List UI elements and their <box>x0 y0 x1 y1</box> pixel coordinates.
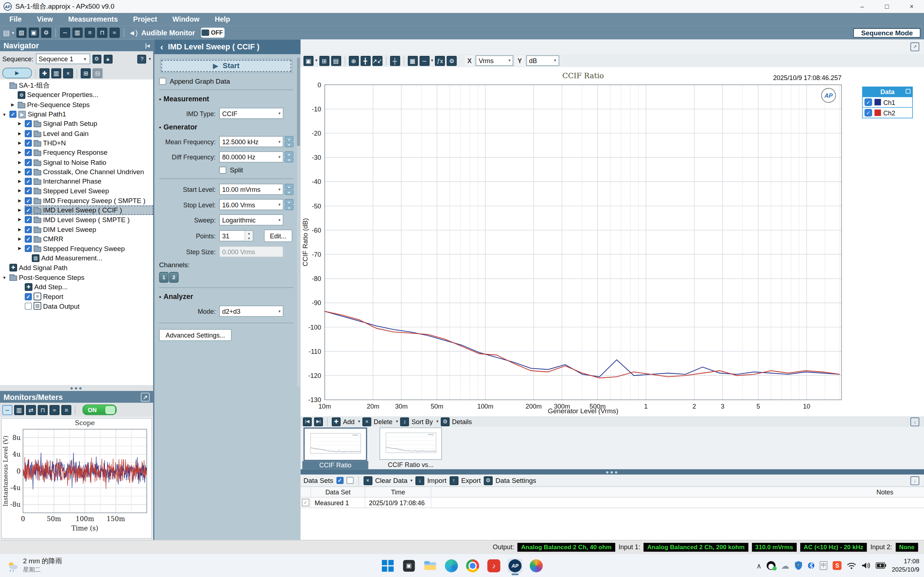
digital-monitor-icon[interactable]: ⊓ <box>37 405 48 415</box>
tree-item[interactable]: SA-1-组合 <box>0 81 153 90</box>
stop-level-input[interactable]: 16.00 Vrms▾ <box>219 199 283 210</box>
tree-item[interactable]: ▤Data Output <box>0 301 153 311</box>
sweep-select[interactable]: Logarithmic▾ <box>219 214 283 226</box>
help-icon[interactable]: ? <box>137 55 146 63</box>
tree-expand-icon[interactable]: ▶ <box>16 227 23 232</box>
tree-checkbox[interactable]: ✓ <box>25 197 32 204</box>
waveform-plus-icon[interactable]: ≈ <box>50 405 60 415</box>
level-meter-icon[interactable]: ▥ <box>73 28 82 38</box>
tree-expand-icon[interactable]: ▼ <box>1 112 8 116</box>
ccif-ratio-chart[interactable]: 10m20m30m50m100m200m300m500m1235100-10-2… <box>300 67 924 416</box>
sequencer-list-icon[interactable]: ≡ <box>85 28 95 38</box>
legend-pin-icon[interactable] <box>906 89 910 94</box>
tree-item[interactable]: ✚Add Step... <box>0 282 153 292</box>
tree-expand-icon[interactable]: ▶ <box>16 160 23 164</box>
tree-expand-icon[interactable]: ▶ <box>16 208 23 213</box>
data-settings-label[interactable]: Data Settings <box>496 477 536 484</box>
tree-expand-icon[interactable]: ▶ <box>16 179 23 184</box>
tree-item[interactable]: ▶✓Interchannel Phase <box>0 177 153 187</box>
tree-item[interactable]: ▶✓Level and Gain <box>0 129 153 139</box>
delete-step-icon[interactable]: × <box>63 68 73 78</box>
qq-tray-icon[interactable] <box>767 561 775 570</box>
menu-window[interactable]: Window <box>173 15 200 23</box>
mean-frequency-input[interactable]: 12.5000 kHz▾ <box>219 136 283 147</box>
tree-item[interactable]: ▶✓Frequency Response <box>0 148 153 158</box>
menu-project[interactable]: Project <box>133 15 157 23</box>
lock-icon[interactable]: 🔒︎ <box>103 55 112 63</box>
tree-expand-icon[interactable]: ▶ <box>16 169 23 174</box>
thumbnail-label[interactable]: CCIF Ratio vs... <box>378 460 444 469</box>
tree-expand-icon[interactable]: ▶ <box>16 150 23 155</box>
mean-frequency-stepper[interactable]: ▲▼ <box>285 136 294 147</box>
help-caret[interactable]: ▾ <box>149 56 151 61</box>
tree-expand-icon[interactable]: ▶ <box>10 102 16 107</box>
tree-expand-icon[interactable]: ▶ <box>16 121 23 126</box>
tree-checkbox[interactable]: ✓ <box>25 226 32 233</box>
graph-expand-icon[interactable]: ↗ <box>910 43 919 51</box>
select-all-checkbox[interactable]: ✓ <box>336 477 343 484</box>
add-to-sequence-icon[interactable]: ✚ <box>39 68 50 78</box>
volume-tray-icon[interactable] <box>861 562 870 569</box>
tree-item[interactable]: ▶✓IMD Level Sweep ( CCIF ) <box>0 206 153 215</box>
file-explorer-icon[interactable] <box>423 559 437 573</box>
graph-settings-icon[interactable]: ⚙ <box>447 56 457 66</box>
tree-item[interactable]: ▼✓▶Signal Path1 <box>0 109 153 119</box>
tree-checkbox[interactable]: ✓ <box>25 293 32 300</box>
edge-browser-icon[interactable] <box>444 559 459 573</box>
add-result-label[interactable]: Add <box>343 418 354 425</box>
chrome-browser-icon[interactable] <box>465 559 480 573</box>
result-details-icon[interactable]: ⚙ <box>441 417 449 426</box>
copy-icon[interactable]: ⊞ <box>81 68 91 78</box>
tree-expand-icon[interactable]: ▶ <box>16 198 23 203</box>
menu-view[interactable]: View <box>37 15 53 23</box>
result-thumbnail[interactable]: CCIF Ratio <box>302 427 368 469</box>
menu-help[interactable]: Help <box>215 15 230 23</box>
add-result-icon[interactable]: ✚ <box>332 417 340 426</box>
data-sets-export-icon[interactable]: ↓ <box>910 476 919 485</box>
tree-checkbox[interactable]: ✓ <box>25 178 32 185</box>
column-time[interactable]: Time <box>365 487 431 497</box>
graph-type-icon[interactable]: ∼ <box>419 56 430 66</box>
add-meter-icon[interactable]: ▥ <box>51 68 61 78</box>
start-button[interactable]: ▶ Start <box>160 59 292 73</box>
settings-gear-icon[interactable]: ⚙ <box>41 28 51 38</box>
ime-tray-icon[interactable]: 中 <box>820 561 827 570</box>
legend-checkbox[interactable]: ✓ <box>864 98 872 106</box>
wifi-tray-icon[interactable] <box>847 562 856 569</box>
sort-results-icon[interactable]: ↕ <box>400 417 409 426</box>
tree-expand-icon[interactable]: ▶ <box>16 218 23 222</box>
tree-item[interactable]: ⚙Sequencer Properties... <box>0 90 153 100</box>
points-input[interactable]: 31 ▲▼ <box>219 230 254 241</box>
start-level-stepper[interactable]: ▲▼ <box>285 184 294 195</box>
x-axis-unit-select[interactable]: Vrms▾ <box>476 55 513 66</box>
tree-expand-icon[interactable]: ▶ <box>16 141 23 145</box>
last-result-icon[interactable]: ▶| <box>314 417 323 426</box>
tree-checkbox[interactable]: ✓ <box>25 149 32 156</box>
tree-checkbox[interactable]: ✓ <box>25 216 32 224</box>
edit-points-button[interactable]: Edit... <box>264 230 292 242</box>
pin-panel-icon[interactable]: |◂ <box>145 42 150 49</box>
tree-checkbox[interactable]: ✓ <box>25 130 32 137</box>
scope-monitor-icon[interactable]: ∼ <box>3 405 13 415</box>
advanced-settings-button[interactable]: Advanced Settings... <box>159 329 232 341</box>
minimize-button[interactable]: – <box>850 3 874 10</box>
save-project-icon[interactable]: ▣ <box>29 28 39 38</box>
select-none-checkbox[interactable] <box>346 477 353 484</box>
start-button[interactable] <box>381 559 395 573</box>
sweep-plus-icon[interactable]: ≈ <box>109 28 120 38</box>
tree-expand-icon[interactable]: ▶ <box>16 237 23 241</box>
bluetooth-tray-icon[interactable] <box>808 561 815 570</box>
import-data-label[interactable]: Import <box>427 477 446 484</box>
column-data-set[interactable]: Data Set <box>311 487 365 497</box>
graph-pan-icon[interactable]: ╋ <box>360 56 370 66</box>
defender-tray-icon[interactable] <box>795 561 803 570</box>
onedrive-tray-icon[interactable]: ☁ <box>781 561 789 570</box>
legend-checkbox[interactable]: ✓ <box>864 109 872 116</box>
delete-result-icon[interactable]: × <box>362 417 371 426</box>
monitor-on-toggle[interactable]: ON <box>82 405 117 415</box>
result-details-label[interactable]: Details <box>452 418 472 425</box>
tree-item[interactable]: ✓≡Report <box>0 292 153 301</box>
start-level-input[interactable]: 10.00 mVrms▾ <box>219 184 283 195</box>
graph-fx-icon[interactable]: ƒx <box>435 56 445 66</box>
results-splitter[interactable]: ●●● <box>300 469 924 475</box>
